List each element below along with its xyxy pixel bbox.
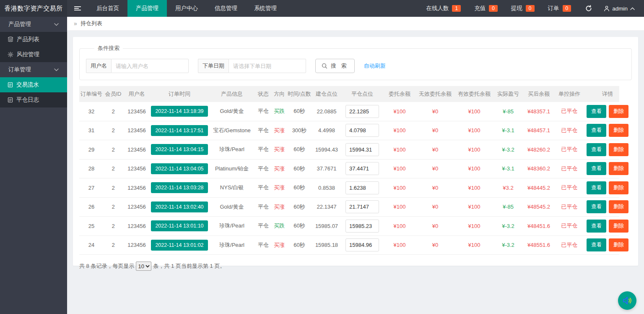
close-point-input[interactable]: 37.4471 [345, 162, 379, 175]
open-point: 22.1347 [312, 204, 342, 210]
row-actions: 查看删除 [583, 238, 632, 251]
delete-button[interactable]: 删除 [609, 200, 628, 213]
view-button[interactable]: 查看 [587, 220, 606, 233]
pager-prefix: 共 8 条记录，每页显示 [79, 262, 134, 270]
username-label: 用户名 [86, 59, 111, 73]
row-actions: 查看删除 [583, 124, 632, 137]
delete-button[interactable]: 删除 [609, 162, 628, 175]
delete-button[interactable]: 删除 [609, 143, 628, 156]
nav-item-user-center[interactable]: 用户中心 [167, 0, 206, 17]
sidebar: 产品管理 产品列表 风控管理 订单管理 交易流水 平仓日志 [0, 17, 67, 314]
nav-item-info-management[interactable]: 信息管理 [206, 0, 246, 17]
control-status: 已平仓 [556, 107, 583, 115]
sidebar-item-product-list[interactable]: 产品列表 [0, 32, 67, 47]
view-button[interactable]: 查看 [587, 143, 606, 156]
recharge-stat[interactable]: 充值 0 [467, 5, 504, 12]
direction: 买涨 [271, 184, 287, 191]
sidebar-item-trade-flow[interactable]: 交易流水 [0, 77, 67, 92]
order-time-button[interactable]: 2022-11-14 13:02:40 [151, 201, 208, 212]
search-legend: 条件搜索 [94, 44, 123, 52]
username-input[interactable] [111, 59, 189, 73]
sidebar-item-close-position-log[interactable]: 平仓日志 [0, 92, 67, 107]
close-point-input[interactable]: 15994.31 [345, 143, 379, 156]
balance-after: ¥48551.6 [522, 242, 556, 248]
username: 123456 [123, 185, 151, 191]
search-button[interactable]: 搜 索 [315, 59, 355, 73]
order-time: 2022-11-14 13:01:02 [151, 240, 208, 251]
order-time-button[interactable]: 2022-11-14 13:17:51 [151, 125, 208, 136]
nav-item-product-management[interactable]: 产品管理 [127, 0, 167, 17]
order-time-button[interactable]: 2022-11-14 13:04:05 [151, 163, 208, 174]
positions-table: 订单编号会员ID用户名订单时间产品信息状态方向时间/点数建仓点位平仓点位委托余额… [79, 86, 619, 255]
close-point-input[interactable]: 15984.96 [345, 238, 379, 251]
view-button[interactable]: 查看 [587, 181, 606, 194]
delete-button[interactable]: 删除 [609, 220, 628, 233]
pager-suffix: 条，共 1 页当前显示第 1 页。 [153, 262, 225, 270]
close-point-input[interactable]: 22.1285 [345, 105, 379, 118]
withdraw-stat[interactable]: 提现 0 [504, 5, 541, 12]
balance-after: ¥48451.6 [522, 223, 556, 229]
order-time-button[interactable]: 2022-11-14 13:01:10 [151, 220, 208, 231]
view-button[interactable]: 查看 [587, 105, 606, 118]
orders-stat[interactable]: 订单 0 [541, 5, 578, 12]
invalid-entrust-balance: ¥0 [416, 147, 454, 153]
order-date-input[interactable] [229, 59, 306, 73]
status: 平仓 [255, 107, 271, 115]
order-time-button[interactable]: 2022-11-14 13:04:15 [151, 144, 208, 155]
sound-toggle-button[interactable] [618, 291, 636, 310]
main-area: » 持仓列表 条件搜索 用户名 下单日期 搜 索 [67, 17, 644, 314]
search-button-label: 搜 索 [331, 62, 348, 70]
close-point-input[interactable]: 4.0798 [345, 124, 379, 137]
username: 123456 [123, 147, 151, 153]
order-time-button[interactable]: 2022-11-14 13:18:39 [151, 106, 208, 117]
product-info: 珍珠/Pearl [208, 222, 255, 230]
view-button[interactable]: 查看 [587, 238, 606, 251]
orders-label: 订单 [548, 5, 559, 12]
username: 123456 [123, 242, 151, 248]
valid-entrust-balance: ¥100 [454, 165, 494, 172]
speaker-icon [622, 296, 632, 305]
top-bar: 香港数字资产交易所 后台首页 产品管理 用户中心 信息管理 系统管理 在线人数 … [0, 0, 644, 17]
close-point-input[interactable]: 21.7147 [345, 200, 379, 213]
view-button[interactable]: 查看 [587, 162, 606, 175]
order-id: 28 [79, 165, 104, 172]
view-button[interactable]: 查看 [587, 124, 606, 137]
order-time-button[interactable]: 2022-11-14 13:01:02 [151, 240, 208, 251]
actual-pnl: ¥-3.2 [494, 223, 522, 229]
order-time-button[interactable]: 2022-11-14 13:03:28 [151, 182, 208, 193]
control-status: 已平仓 [556, 203, 583, 211]
delete-button[interactable]: 删除 [609, 105, 628, 118]
delete-button[interactable]: 删除 [609, 181, 628, 194]
status: 平仓 [255, 241, 271, 249]
invalid-entrust-balance: ¥0 [416, 204, 454, 210]
delete-button[interactable]: 删除 [609, 238, 628, 251]
sidebar-item-risk-management[interactable]: 风控管理 [0, 47, 67, 62]
invalid-entrust-balance: ¥0 [416, 165, 454, 172]
nav-item-system-management[interactable]: 系统管理 [246, 0, 285, 17]
order-date-group: 下单日期 [198, 59, 306, 73]
username: 123456 [123, 108, 151, 115]
control-status: 已平仓 [556, 146, 583, 153]
period: 60秒 [287, 222, 312, 230]
delete-button[interactable]: 删除 [609, 124, 628, 137]
refresh-button[interactable] [578, 5, 600, 12]
online-users-stat[interactable]: 在线人数 1 [419, 5, 467, 12]
row-actions: 查看删除 [583, 162, 632, 175]
close-point: 4.0798 [342, 124, 383, 137]
period: 60秒 [287, 146, 312, 153]
sidebar-group-product-management[interactable]: 产品管理 [0, 17, 67, 32]
nav-item-dashboard[interactable]: 后台首页 [88, 0, 127, 17]
status: 平仓 [255, 222, 271, 230]
sidebar-group-order-management[interactable]: 订单管理 [0, 62, 67, 77]
close-point-input[interactable]: 1.6238 [345, 181, 379, 194]
sidebar-group-label: 产品管理 [8, 21, 54, 28]
open-point: 15994.43 [312, 147, 342, 153]
product-info: Gold/黄金 [208, 107, 255, 115]
close-point-input[interactable]: 15985.23 [345, 220, 379, 233]
auto-refresh-link[interactable]: 自动刷新 [364, 62, 386, 70]
sidebar-toggle-button[interactable] [67, 0, 88, 17]
view-button[interactable]: 查看 [587, 200, 606, 213]
column-header: 委托余额 [383, 90, 416, 98]
admin-menu[interactable]: admin [600, 5, 644, 12]
page-size-select[interactable]: 10 [136, 262, 151, 271]
